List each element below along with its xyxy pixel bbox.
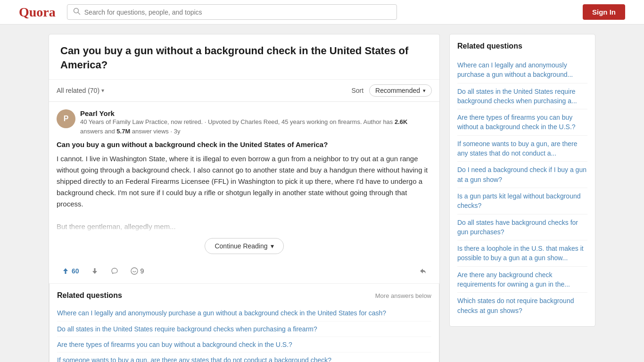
- sidebar-link[interactable]: If someone wants to buy a gun, are there…: [457, 136, 587, 162]
- share-answer-button[interactable]: [106, 264, 124, 278]
- comment-count: 9: [140, 267, 144, 275]
- upvote-count: 60: [72, 267, 79, 275]
- sort-label: Sort: [351, 87, 363, 94]
- related-link[interactable]: Where can I legally and anonymously purc…: [57, 305, 431, 321]
- question-title-area: Can you buy a gun without a background c…: [49, 34, 439, 80]
- sidebar-link[interactable]: Are there any background check requireme…: [457, 267, 587, 293]
- question-card: Can you buy a gun without a background c…: [49, 34, 440, 362]
- sidebar-link[interactable]: Are there types of firearms you can buy …: [457, 109, 587, 136]
- related-header-row: Related questions More answers below: [57, 291, 431, 300]
- sidebar-related-title: Related questions: [457, 42, 587, 50]
- search-icon: [73, 8, 81, 16]
- sort-dropdown[interactable]: Recommended ▾: [369, 84, 432, 97]
- answer-body: I cannot. I live in Washington State, wh…: [57, 153, 432, 232]
- related-link[interactable]: If someone wants to buy a gun, are there…: [57, 353, 431, 362]
- search-bar: [67, 4, 397, 20]
- answer-header: P Pearl York 40 Years of Family Law Prac…: [57, 109, 432, 136]
- sort-bar: All related (70) ▾ Sort Recommended ▾: [49, 80, 439, 102]
- related-link[interactable]: Do all states in the United States requi…: [57, 321, 431, 337]
- author-bio: 40 Years of Family Law Practice, now ret…: [80, 118, 362, 125]
- answer-paragraph: I cannot. I live in Washington State, wh…: [57, 155, 428, 208]
- author-meta: 40 Years of Family Law Practice, now ret…: [80, 117, 432, 136]
- upvote-icon: [61, 267, 70, 275]
- avatar: P: [57, 109, 75, 128]
- action-bar: 60: [57, 260, 432, 283]
- chevron-down-icon: ▾: [423, 88, 426, 94]
- comment-icon: [130, 267, 139, 275]
- sidebar-link[interactable]: Do all states in the United States requi…: [457, 83, 587, 110]
- forward-icon: [419, 267, 427, 275]
- sidebar-links: Where can I legally and anonymously purc…: [457, 57, 587, 319]
- sidebar-link[interactable]: Is there a loophole in the U.S. that mak…: [457, 240, 587, 267]
- answer-question: Can you buy a gun without a background c…: [57, 140, 432, 148]
- answer-card: P Pearl York 40 Years of Family Law Prac…: [49, 102, 439, 284]
- sidebar-link[interactable]: Is a gun parts kit legal without backgro…: [457, 188, 587, 214]
- sidebar-link[interactable]: Do all states have background checks for…: [457, 214, 587, 241]
- author-name[interactable]: Pearl York: [80, 109, 432, 117]
- question-title: Can you buy a gun without a background c…: [60, 44, 428, 72]
- sort-value: Recommended: [375, 87, 420, 94]
- comment-button[interactable]: 9: [125, 264, 149, 278]
- upvote-button[interactable]: 60: [57, 264, 84, 278]
- header: Quora Sign In: [0, 0, 644, 25]
- search-input[interactable]: [84, 8, 391, 16]
- sidebar-card: Related questions Where can I legally an…: [449, 34, 595, 327]
- author-info: Pearl York 40 Years of Family Law Practi…: [80, 109, 432, 136]
- related-link[interactable]: Are there types of firearms you can buy …: [57, 337, 431, 353]
- continue-reading-wrap: Continue Reading ▾: [57, 232, 432, 260]
- quora-logo[interactable]: Quora: [19, 5, 56, 20]
- main-related-section: Related questions More answers below Whe…: [49, 284, 439, 362]
- sidebar: Related questions Where can I legally an…: [449, 34, 595, 362]
- svg-point-2: [131, 268, 138, 274]
- continue-reading-button[interactable]: Continue Reading ▾: [205, 238, 283, 254]
- related-questions-title: Related questions: [57, 291, 122, 300]
- main-column: Can you buy a gun without a background c…: [49, 34, 440, 362]
- sidebar-link[interactable]: Do I need a background check if I buy a …: [457, 162, 587, 188]
- continue-reading-label: Continue Reading: [215, 242, 267, 250]
- all-related-label: All related (70): [57, 87, 99, 94]
- more-answers-label: More answers below: [375, 292, 431, 299]
- answer-text: I cannot. I live in Washington State, wh…: [57, 153, 432, 232]
- main-related-links: Where can I legally and anonymously purc…: [57, 305, 431, 362]
- chevron-down-icon: ▾: [271, 242, 274, 250]
- downvote-button[interactable]: [86, 264, 104, 278]
- sidebar-link[interactable]: Which states do not require background c…: [457, 293, 587, 319]
- sidebar-link[interactable]: Where can I legally and anonymously purc…: [457, 57, 587, 83]
- downvote-icon: [91, 267, 99, 275]
- svg-line-1: [78, 13, 80, 15]
- chevron-down-icon: ▾: [101, 87, 104, 94]
- external-share-button[interactable]: [414, 264, 432, 278]
- share-icon: [110, 267, 119, 275]
- answer-paragraph-2: But there gentleman, allegedly mem...: [57, 222, 176, 230]
- all-related-dropdown[interactable]: All related (70) ▾: [57, 87, 104, 94]
- sign-in-button[interactable]: Sign In: [583, 4, 625, 20]
- page-content: Can you buy a gun without a background c…: [39, 25, 605, 362]
